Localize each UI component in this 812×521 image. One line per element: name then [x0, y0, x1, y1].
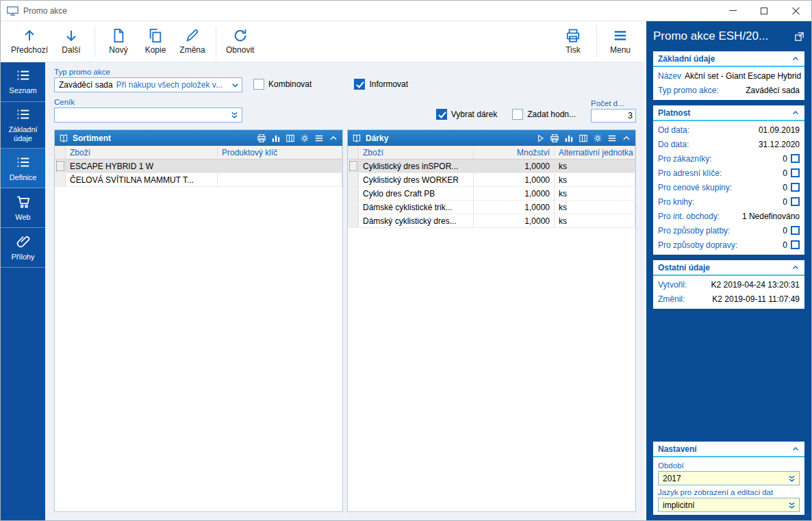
open-in-window-icon[interactable]: [794, 31, 804, 42]
column-header[interactable]: Zboží: [359, 146, 474, 159]
pro-cenove-skupiny-checkbox[interactable]: [791, 183, 800, 192]
play-icon[interactable]: [535, 134, 545, 143]
row-indicator: [55, 160, 66, 173]
row-indicator-header: [348, 146, 359, 159]
sortiment-grid: Zboží Produktový klíč ESCAPE HYBRID 1 W: [55, 146, 342, 511]
table-row[interactable]: ČELOVÁ SVÍTILNA MAMMUT T...: [55, 173, 342, 187]
table-row[interactable]: ESCAPE HYBRID 1 W: [55, 160, 342, 173]
next-button[interactable]: Další: [53, 23, 90, 60]
pro-adresni-klice-checkbox[interactable]: [791, 168, 800, 177]
pocet-input[interactable]: [591, 109, 636, 123]
table-row[interactable]: Cyklo dres Craft PB 1,0000 ks: [348, 187, 635, 201]
vybrat-darek-checkbox[interactable]: Vybrat dárek: [436, 109, 498, 120]
pro-zakazniky-checkbox[interactable]: [791, 154, 800, 163]
sidebar-item-definice[interactable]: Definice: [1, 149, 45, 188]
detail-row: Od data: 01.09.2019: [658, 123, 800, 137]
sidebar-item-prilohy[interactable]: Přílohy: [1, 228, 45, 268]
darky-grid: Zboží Množství Alternativní jednotka Cyk…: [348, 146, 635, 511]
collapse-chevron-icon[interactable]: [622, 134, 631, 143]
edit-button[interactable]: Změna: [174, 23, 211, 60]
gear-icon[interactable]: [593, 134, 602, 143]
detail-row: Pro adresní klíče: 0: [658, 166, 800, 180]
row-indicator: [348, 214, 359, 227]
columns-icon[interactable]: [579, 134, 588, 143]
zadat-hodnotu-checkbox[interactable]: Zadat hodn...: [512, 109, 576, 120]
print-icon[interactable]: [550, 134, 559, 143]
table-row[interactable]: Cyklistický dres inSPOR... 1,0000 ks: [348, 160, 635, 173]
hamburger-icon[interactable]: [314, 134, 324, 143]
previous-button[interactable]: Předchozí: [6, 23, 53, 60]
close-button[interactable]: [780, 1, 811, 21]
refresh-button[interactable]: Obnovit: [221, 23, 259, 60]
section-zakladni-udaje: Základní údaje Název Akční set - Giant E…: [653, 51, 804, 100]
new-button[interactable]: Nový: [100, 23, 137, 60]
collapse-chevron-icon[interactable]: [329, 134, 338, 143]
section-header[interactable]: Základní údaje: [653, 51, 804, 67]
chart-icon[interactable]: [564, 134, 574, 143]
chevron-up-icon[interactable]: [791, 264, 800, 272]
chevron-up-icon[interactable]: [791, 445, 800, 453]
shopping-cart-icon: [16, 194, 31, 209]
sortiment-title: Sortiment: [73, 134, 111, 143]
double-chevron-icon: [787, 474, 796, 483]
app-window: Promo akce Předchozí Další: [0, 0, 812, 521]
row-indicator: [55, 173, 66, 186]
menu-button[interactable]: Menu: [602, 23, 639, 60]
table-row[interactable]: Cyklistický dres WORKER 1,0000 ks: [348, 173, 635, 187]
darky-header-row: Zboží Množství Alternativní jednotka: [348, 146, 635, 160]
arrow-up-icon: [22, 28, 37, 43]
jazyk-combo[interactable]: implicitní: [658, 498, 800, 512]
double-chevron-icon: [787, 501, 796, 509]
print-icon[interactable]: [257, 134, 266, 143]
chart-icon[interactable]: [271, 134, 281, 143]
cenik-combo[interactable]: [54, 107, 242, 123]
table-row[interactable]: Dámský cyklistický dres... 1,0000 ks: [348, 214, 635, 228]
hamburger-icon[interactable]: [607, 134, 617, 143]
row-indicator: [348, 187, 359, 200]
maximize-button[interactable]: [748, 1, 780, 21]
gear-icon[interactable]: [300, 134, 309, 143]
detail-row: Změnil: K2 2019-09-11 11:07:49: [658, 292, 800, 306]
darky-title: Dárky: [366, 134, 388, 143]
section-ostatni-udaje: Ostatní údaje Vytvořil: K2 2019-04-24 13…: [653, 260, 804, 309]
section-nastaveni: Nastavení Období 2017 Jazyk pro zobrazen…: [653, 442, 804, 515]
sidebar-item-web[interactable]: Web: [1, 188, 45, 228]
kombinovat-checkbox[interactable]: Kombinovat: [253, 79, 312, 90]
detail-row: Pro knihy: 0: [658, 194, 800, 209]
window-controls: [717, 1, 811, 21]
column-header[interactable]: Množství: [474, 146, 555, 159]
sidebar-item-zakladni-udaje[interactable]: Základní údaje: [1, 102, 45, 149]
row-indicator: [348, 160, 359, 173]
sortiment-panel-header: Sortiment: [55, 130, 342, 146]
table-row[interactable]: Dámské cyklistické trik... 1,0000 ks: [348, 201, 635, 214]
columns-icon[interactable]: [286, 134, 295, 143]
pro-zpusoby-platby-checkbox[interactable]: [791, 226, 800, 235]
chevron-down-icon: [231, 81, 239, 89]
obdobi-combo[interactable]: 2017: [658, 471, 800, 485]
pro-zpusoby-dopravy-checkbox[interactable]: [791, 240, 800, 249]
toolbar-separator: [596, 26, 597, 58]
column-header[interactable]: Alternativní jednotka: [555, 146, 635, 159]
toolbar-separator: [216, 26, 216, 58]
section-header[interactable]: Platnost: [653, 105, 804, 121]
print-button[interactable]: Tisk: [555, 23, 592, 60]
chevron-up-icon[interactable]: [791, 109, 800, 117]
sidebar-item-seznam[interactable]: Seznam: [1, 62, 45, 102]
minimize-button[interactable]: [717, 1, 748, 21]
minimize-icon: [729, 10, 737, 11]
row-indicator: [348, 173, 359, 186]
refresh-icon: [233, 28, 248, 43]
section-header[interactable]: Nastavení: [653, 442, 804, 457]
promo-type-combo[interactable]: Zaváděcí sada Při nákupu všech položek v…: [54, 77, 242, 92]
column-header[interactable]: Zboží: [66, 146, 218, 159]
pro-knihy-checkbox[interactable]: [791, 197, 800, 206]
informovat-checkbox[interactable]: Informovat: [354, 79, 408, 90]
section-header[interactable]: Ostatní údaje: [653, 260, 804, 276]
list-icon: [16, 68, 31, 83]
chevron-up-icon[interactable]: [791, 55, 800, 63]
checkbox-box: [354, 79, 365, 90]
copy-button[interactable]: Kopie: [137, 23, 174, 60]
column-header[interactable]: Produktový klíč: [218, 146, 342, 159]
titlebar: Promo akce: [1, 1, 811, 21]
arrow-down-icon: [64, 28, 79, 43]
